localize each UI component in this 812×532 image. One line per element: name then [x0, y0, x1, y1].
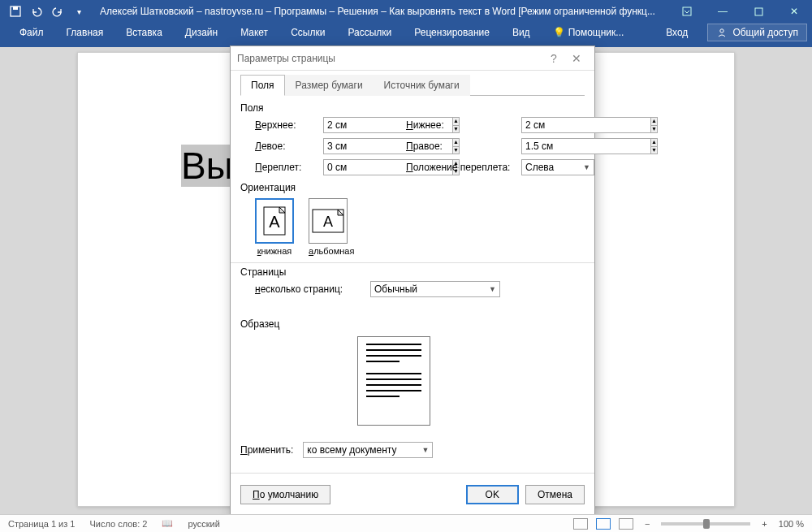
zoom-slider[interactable] — [661, 522, 750, 526]
svg-rect-1 — [13, 6, 18, 10]
close-icon[interactable]: ✕ — [776, 0, 812, 23]
person-icon — [716, 27, 728, 38]
apply-to-select[interactable]: ко всему документу▼ — [303, 442, 433, 458]
bottom-margin-label: Нижнее: — [406, 119, 512, 131]
view-tab[interactable]: Вид — [501, 24, 542, 41]
cancel-button[interactable]: Отмена — [525, 485, 585, 504]
spin-down-icon[interactable]: ▼ — [651, 147, 657, 154]
qat-dropdown-icon[interactable]: ▾ — [71, 4, 86, 19]
review-tab[interactable]: Рецензирование — [403, 24, 501, 41]
ribbon-tabs: Файл Главная Вставка Дизайн Макет Ссылки… — [0, 23, 812, 42]
top-margin-field[interactable]: ▲▼ — [323, 117, 396, 133]
gutter-position-label: Положение переплета: — [406, 162, 512, 173]
page-count[interactable]: Страница 1 из 1 — [8, 519, 75, 529]
maximize-icon[interactable] — [741, 0, 776, 23]
orientation-portrait-label: книжная — [255, 246, 294, 256]
print-layout-icon[interactable] — [596, 518, 611, 530]
right-margin-label: Правое: — [406, 141, 512, 152]
orientation-group-label: Ориентация — [240, 182, 585, 193]
tab-margins[interactable]: Поля — [240, 75, 285, 96]
window-controls: — ✕ — [669, 0, 812, 23]
apply-to-label: Применить: — [240, 444, 293, 456]
window-title: Алексей Шатковский – nastroyvse.ru – Про… — [86, 6, 669, 17]
orientation-landscape[interactable]: A — [309, 198, 348, 244]
layout-tab[interactable]: Макет — [229, 24, 279, 41]
redo-icon[interactable] — [50, 4, 65, 19]
chevron-down-icon: ▼ — [421, 446, 429, 454]
gutter-position-select[interactable]: Слева▼ — [521, 159, 594, 175]
tell-me-field[interactable]: 💡Помощник... — [542, 24, 636, 41]
dialog-help-icon[interactable]: ? — [542, 52, 565, 65]
undo-icon[interactable] — [29, 4, 44, 19]
page-setup-dialog: Параметры страницы ? ✕ Поля Размер бумаг… — [230, 45, 595, 515]
right-margin-field[interactable]: ▲▼ — [521, 138, 594, 154]
lightbulb-icon: 💡 — [553, 27, 565, 38]
language-status[interactable]: русский — [188, 519, 219, 529]
svg-text:A: A — [269, 213, 280, 231]
spin-down-icon[interactable]: ▼ — [651, 126, 657, 133]
dialog-tabs: Поля Размер бумаги Источник бумаги — [240, 74, 585, 96]
quick-access-toolbar: ▾ — [0, 4, 86, 19]
mailings-tab[interactable]: Рассылки — [336, 24, 403, 41]
chevron-down-icon: ▼ — [489, 285, 496, 293]
insert-tab[interactable]: Вставка — [114, 24, 174, 41]
sign-in-button[interactable]: Вход — [654, 24, 699, 41]
ribbon-options-icon[interactable] — [669, 0, 705, 23]
bottom-margin-field[interactable]: ▲▼ — [521, 117, 594, 133]
tab-paper-source[interactable]: Источник бумаги — [374, 75, 470, 96]
svg-point-4 — [720, 29, 723, 32]
save-icon[interactable] — [8, 4, 23, 19]
gutter-label: Переплет: — [255, 162, 313, 173]
web-layout-icon[interactable] — [619, 518, 633, 530]
statusbar: Страница 1 из 1 Число слов: 2 📖 русский … — [0, 514, 812, 532]
titlebar: ▾ Алексей Шатковский – nastroyvse.ru – П… — [0, 0, 812, 23]
zoom-level[interactable]: 100 % — [779, 519, 804, 529]
preview-group-label: Образец — [240, 318, 585, 330]
tab-paper-size[interactable]: Размер бумаги — [285, 75, 374, 96]
default-button[interactable]: По умолчанию — [240, 485, 330, 504]
proofing-icon[interactable]: 📖 — [162, 518, 173, 529]
chevron-down-icon: ▼ — [583, 163, 590, 171]
read-mode-icon[interactable] — [573, 518, 588, 530]
page-preview — [357, 336, 430, 426]
multiple-pages-select[interactable]: Обычный▼ — [370, 281, 500, 297]
gutter-field[interactable]: ▲▼ — [323, 159, 396, 175]
svg-text:A: A — [323, 214, 333, 230]
top-margin-label: Верхнее: — [255, 119, 313, 131]
orientation-landscape-label: альбомная — [309, 246, 354, 256]
links-tab[interactable]: Ссылки — [279, 24, 336, 41]
ok-button[interactable]: OK — [466, 485, 519, 504]
file-tab[interactable]: Файл — [8, 24, 55, 41]
zoom-in-button[interactable]: + — [758, 519, 770, 529]
margins-group-label: Поля — [240, 102, 585, 114]
home-tab[interactable]: Главная — [55, 24, 115, 41]
share-button[interactable]: Общий доступ — [707, 24, 807, 41]
zoom-out-button[interactable]: − — [641, 519, 653, 529]
orientation-portrait[interactable]: A — [255, 198, 294, 244]
left-margin-label: Левое: — [255, 141, 313, 152]
dialog-title: Параметры страницы — [237, 53, 542, 64]
svg-rect-2 — [683, 7, 691, 15]
word-count[interactable]: Число слов: 2 — [89, 519, 147, 529]
minimize-icon[interactable]: — — [705, 0, 741, 23]
multiple-pages-label: несколько страниц: — [255, 283, 361, 295]
dialog-titlebar: Параметры страницы ? ✕ — [231, 46, 594, 71]
spin-up-icon[interactable]: ▲ — [651, 118, 657, 126]
pages-group-label: Страницы — [240, 266, 585, 278]
dialog-close-icon[interactable]: ✕ — [565, 52, 588, 65]
spin-up-icon[interactable]: ▲ — [651, 139, 657, 147]
svg-rect-3 — [755, 8, 762, 15]
share-label: Общий доступ — [732, 27, 798, 38]
design-tab[interactable]: Дизайн — [174, 24, 229, 41]
left-margin-field[interactable]: ▲▼ — [323, 138, 396, 154]
